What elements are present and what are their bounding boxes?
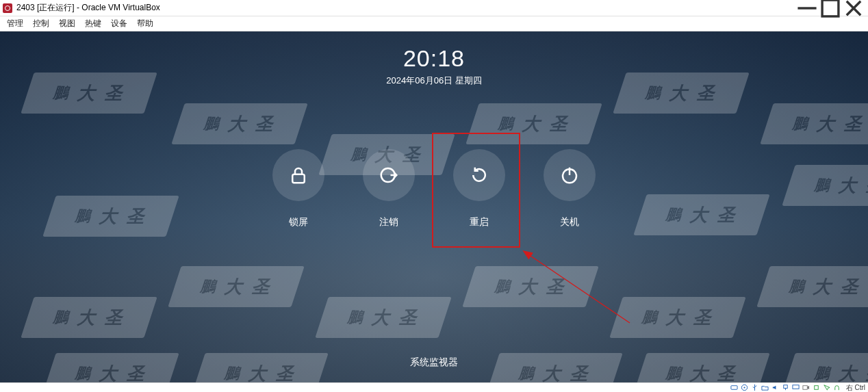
menu-view[interactable]: 视图 [59,18,75,29]
watermark: 鵬大圣 [633,353,769,382]
svg-point-11 [744,387,745,388]
reboot-icon [453,149,505,201]
clock-time: 20:18 [386,45,481,72]
watermark: 鵬大圣 [782,353,868,382]
sb-recording-icon[interactable] [802,384,810,392]
logout-icon [363,149,415,201]
sb-shared-folder-icon[interactable] [761,384,769,392]
watermark: 鵬大圣 [756,266,868,307]
system-monitor-link[interactable]: 系统监视器 [410,356,458,369]
reboot-button[interactable]: 重启 [452,149,507,228]
watermark: 鵬大圣 [462,266,598,307]
host-statusbar: 右 Ctrl [0,382,868,392]
watermark: 鵬大圣 [42,196,179,237]
menu-help[interactable]: 帮助 [137,18,153,29]
sb-usb-icon[interactable] [751,384,759,392]
shutdown-label: 关机 [560,216,579,228]
lock-button[interactable]: 锁屏 [271,149,326,228]
svg-rect-4 [292,174,305,183]
virtualbox-app-icon [3,3,12,13]
minimize-button[interactable] [795,1,819,16]
watermark: 鵬大圣 [171,103,307,144]
lock-label: 锁屏 [289,216,308,228]
lock-screen-clock: 20:18 2024年06月06日 星期四 [386,45,481,87]
watermark: 鵬大圣 [465,103,602,144]
host-key-indicator: 右 Ctrl [846,383,865,393]
menu-hotkeys[interactable]: 热键 [85,18,101,29]
maximize-button[interactable] [819,1,842,16]
lock-icon [272,149,324,201]
shutdown-button[interactable]: 关机 [542,149,597,228]
menu-control[interactable]: 控制 [33,18,49,29]
watermark: 鵬大圣 [633,194,769,235]
clock-date: 2024年06月06日 星期四 [386,75,481,87]
power-icon [544,149,596,201]
svg-rect-14 [793,385,799,389]
svg-rect-9 [731,386,737,390]
watermark: 鵬大圣 [192,353,328,382]
svg-rect-16 [815,386,819,390]
sb-optical-icon[interactable] [741,384,749,392]
power-actions: 锁屏 注销 重启 关机 [271,149,597,228]
watermark: 鵬大圣 [613,73,749,114]
logout-button[interactable]: 注销 [361,149,416,228]
host-window-title: 2403 [正在运行] - Oracle VM VirtualBox [16,2,160,14]
watermark: 鵬大圣 [782,165,868,206]
svg-rect-12 [784,385,788,389]
sb-keyboard-icon[interactable] [833,384,841,392]
host-titlebar: 2403 [正在运行] - Oracle VM VirtualBox [0,0,868,16]
reboot-label: 重启 [470,216,489,228]
host-menubar: 管理 控制 视图 热键 设备 帮助 [0,16,868,31]
sb-display-icon[interactable] [792,384,800,392]
watermark: 鵬大圣 [21,297,157,338]
watermark: 鵬大圣 [168,266,304,307]
sb-hdd-icon[interactable] [730,384,739,392]
sb-audio-icon[interactable] [771,384,780,392]
watermark: 鵬大圣 [42,353,179,382]
svg-rect-15 [803,386,807,390]
sb-cpu-icon[interactable] [813,384,821,392]
watermark: 鵬大圣 [760,103,868,144]
menu-manage[interactable]: 管理 [7,18,23,29]
logout-label: 注销 [379,216,398,228]
close-button[interactable] [842,1,865,16]
watermark: 鵬大圣 [486,353,622,382]
sb-network-icon[interactable] [782,384,790,392]
guest-desktop: 鵬大圣 鵬大圣 鵬大圣 鵬大圣 鵬大圣 鵬大圣 鵬大圣 鵬大圣 鵬大圣 鵬大圣 … [0,31,868,382]
watermark: 鵬大圣 [315,297,451,338]
watermark: 鵬大圣 [609,297,745,338]
svg-rect-1 [822,0,839,16]
watermark: 鵬大圣 [21,73,157,114]
sb-mouse-integration-icon[interactable] [823,384,831,392]
menu-devices[interactable]: 设备 [111,18,127,29]
